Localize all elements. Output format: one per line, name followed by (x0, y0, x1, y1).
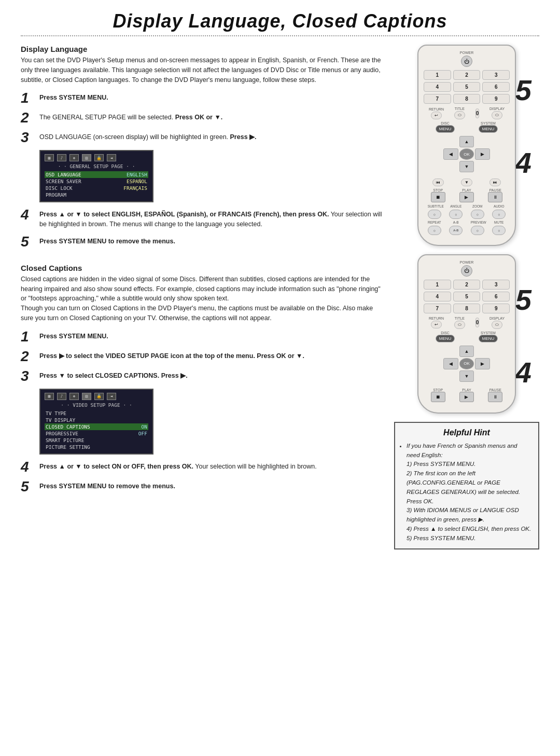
cc-step-2-num: 2 (21, 349, 29, 364)
helpful-hint-box: Helpful Hint If you have French or Spani… (394, 422, 539, 549)
bottom-btn-8[interactable]: 8 (453, 304, 481, 313)
btn-next[interactable]: ⏭ (489, 178, 501, 186)
step-4-number: 4 (21, 208, 29, 222)
bottom-btn-0[interactable]: 0 (475, 318, 480, 327)
cc-step-5-num-block: 5 (21, 479, 39, 494)
bottom-btn-7[interactable]: 7 (424, 304, 451, 313)
osd-cc-label-3: CLOSED CAPTIONS (46, 424, 90, 430)
osd-cc-row-6: PICTURE SETTING (45, 444, 148, 450)
zoom-button[interactable]: ○ (471, 210, 484, 219)
title-button[interactable]: ⬭ (454, 111, 465, 119)
btn-prev[interactable]: ⏮ (432, 178, 444, 186)
power-button[interactable]: ⏻ (461, 56, 472, 67)
osd-cc-icon-5: 🔒 (94, 393, 104, 400)
btn-2[interactable]: 2 (453, 70, 481, 80)
play-button[interactable]: ▶ (459, 192, 474, 202)
audio-button[interactable]: ○ (492, 210, 506, 219)
dpad-tr (475, 136, 490, 147)
step-5-bold: Press SYSTEM MENU to remove the menus. (39, 238, 175, 245)
bottom-dpad-ok[interactable]: OK (459, 358, 474, 369)
step-4-number-block: 4 (21, 208, 39, 222)
bottom-return-button[interactable]: ↩ (431, 321, 442, 328)
bottom-title-button[interactable]: ⬭ (454, 321, 465, 329)
remote-numpad: 1 2 3 4 5 6 7 8 9 (424, 70, 510, 104)
angle-button[interactable]: ○ (449, 210, 463, 219)
bottom-disc-button[interactable]: MENU (436, 335, 455, 342)
cc-step-4-num: 4 (21, 460, 29, 474)
dpad-right[interactable]: ▶ (475, 148, 490, 160)
bottom-btn-1[interactable]: 1 (424, 280, 451, 290)
bottom-btn-9[interactable]: 9 (482, 304, 510, 313)
osd-value-1: ENGLISH (127, 172, 147, 177)
bottom-pause-button[interactable]: ⏸ (488, 392, 502, 402)
osd-cc-icon-4: ▤ (82, 393, 91, 400)
btn-1[interactable]: 1 (424, 70, 451, 80)
btn-0[interactable]: 0 (475, 108, 480, 118)
ab-button[interactable]: A-B (449, 226, 463, 235)
dpad-up[interactable]: ▲ (459, 136, 474, 147)
osd-display-language: ▦ ♪ ❖ ▤ 🔒 ◄ · · GENERAL SETUP PAGE · · O… (39, 150, 153, 202)
bottom-btn-3[interactable]: 3 (482, 280, 510, 290)
closed-captions-intro: Closed captions are hidden in the video … (21, 274, 384, 323)
disc-menu-button[interactable]: MENU (436, 125, 455, 133)
bottom-dpad-tl (443, 346, 458, 357)
bottom-system-button[interactable]: MENU (479, 335, 498, 342)
osd-video-setup: ▦ ♪ ❖ ▤ 🔒 ◄ · · VIDEO SETUP PAGE · · TV … (39, 389, 153, 455)
btn-8[interactable]: 8 (453, 94, 481, 104)
bottom-dpad-left[interactable]: ◀ (443, 358, 458, 369)
btn-5[interactable]: 5 (453, 82, 481, 92)
bottom-dpad-up[interactable]: ▲ (459, 346, 474, 357)
osd-cc-label-6: PICTURE SETTING (46, 444, 90, 450)
bottom-stop-button[interactable]: ⏹ (431, 392, 445, 402)
btn-4[interactable]: 4 (424, 82, 451, 92)
btn-3[interactable]: 3 (482, 70, 510, 80)
cc-steps: 1 Press SYSTEM MENU. 2 Press ▶ to select… (21, 329, 384, 494)
step-4-content: Press ▲ or ▼ to select ENGLISH, ESPAÑOL … (39, 208, 384, 229)
step-1: 1 Press SYSTEM MENU. (21, 91, 384, 105)
btn-down2[interactable]: ▼ (461, 178, 472, 186)
display-button[interactable]: ⬭ (492, 111, 502, 119)
bottom-btn-2[interactable]: 2 (453, 280, 481, 290)
bottom-system-menu-area: SYSTEM MENU (479, 331, 498, 342)
btn-7[interactable]: 7 (424, 94, 451, 104)
bottom-dpad-down[interactable]: ▼ (459, 370, 474, 382)
bottom-power-button[interactable]: ⏻ (461, 265, 472, 277)
step-1-number-block: 1 (21, 91, 39, 105)
dpad-left[interactable]: ◀ (443, 148, 458, 160)
bottom-play-button[interactable]: ▶ (459, 392, 474, 402)
osd-value-2: ESPAÑOL (127, 178, 147, 184)
display-label: DISPLAY (489, 107, 505, 111)
stop-button[interactable]: ⏹ (431, 192, 445, 202)
dpad-ok[interactable]: OK (459, 148, 474, 160)
btn-9[interactable]: 9 (482, 94, 510, 104)
bottom-display-button[interactable]: ⬭ (492, 321, 502, 329)
title-divider (21, 35, 539, 36)
step-2-content: The GENERAL SETUP PAGE will be selected.… (39, 111, 384, 122)
bottom-display-label: DISPLAY (489, 317, 505, 320)
step-1-content: Press SYSTEM MENU. (39, 91, 384, 103)
pause-button[interactable]: ⏸ (488, 192, 502, 202)
remote-bottom-row-return: RETURN ↩ TITLE ⬭ 0 DISPLAY ⬭ (424, 317, 510, 329)
subtitle-button[interactable]: ○ (428, 210, 441, 219)
preview-button[interactable]: ○ (471, 226, 484, 235)
stop-label: STOP (433, 188, 443, 192)
osd-icon-1: ▦ (45, 154, 54, 161)
btn-6[interactable]: 6 (482, 82, 510, 92)
page-title: Display Language, Closed Captions (21, 10, 539, 32)
dpad-down[interactable]: ▼ (459, 161, 474, 172)
repeat-button[interactable]: ○ (428, 226, 441, 235)
osd-icon-6: ◄ (107, 154, 116, 161)
bottom-btn-4[interactable]: 4 (424, 292, 451, 301)
bottom-btn-5[interactable]: 5 (453, 292, 481, 301)
bottom-dpad-right[interactable]: ▶ (475, 358, 490, 369)
osd-cc-row-1: TV TYPE (45, 410, 148, 417)
osd-cc-icon-6: ◄ (107, 393, 116, 400)
mute-button[interactable]: ○ (492, 226, 506, 235)
cc-step-5-num: 5 (21, 479, 29, 494)
osd-cc-row-4: PROGRESSIVE OFF (45, 430, 148, 437)
return-button[interactable]: ↩ (431, 112, 442, 119)
pause-area: PAUSE ⏸ (488, 188, 502, 202)
system-menu-button[interactable]: MENU (479, 125, 498, 133)
bottom-btn-6[interactable]: 6 (482, 292, 510, 301)
osd-cc-icon-1: ▦ (45, 393, 54, 400)
